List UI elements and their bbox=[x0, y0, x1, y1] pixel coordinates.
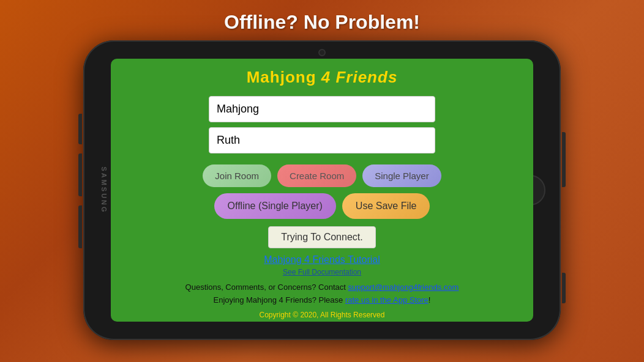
app-title: Mahjong 4 Friends bbox=[247, 68, 398, 87]
power-button[interactable] bbox=[562, 132, 566, 187]
tutorial-link[interactable]: Mahjong 4 Friends Tutorial bbox=[264, 254, 380, 265]
exclamation: ! bbox=[429, 295, 431, 305]
enjoy-info: Enjoying Mahjong 4 Friends? Please rate … bbox=[214, 295, 431, 305]
page-title: Offline? No Problem! bbox=[224, 11, 420, 34]
game-name-input[interactable] bbox=[209, 96, 435, 122]
right-button-bottom[interactable] bbox=[562, 273, 566, 303]
join-room-button[interactable]: Join Room bbox=[203, 164, 271, 187]
brand-label: SAMSUNG bbox=[100, 166, 108, 213]
volume-down-button-top[interactable] bbox=[78, 153, 82, 196]
enjoy-text: Enjoying Mahjong 4 Friends? Please bbox=[214, 295, 343, 305]
contact-info: Questions, Comments, or Concerns? Contac… bbox=[185, 283, 459, 292]
contact-email[interactable]: support@mahjong4friends.com bbox=[348, 283, 459, 292]
app-title-part2: 4 Friends bbox=[321, 68, 398, 86]
front-camera bbox=[318, 49, 326, 56]
action-buttons-row1: Join Room Create Room Single Player bbox=[203, 164, 441, 187]
copyright-notice: Copyright © 2020, All Rights Reserved bbox=[260, 311, 385, 319]
app-title-part1: Mahjong bbox=[247, 68, 321, 86]
documentation-link[interactable]: See Full Documentation bbox=[283, 268, 361, 276]
offline-single-player-button[interactable]: Offline (Single Player) bbox=[214, 193, 336, 219]
single-player-button[interactable]: Single Player bbox=[362, 164, 441, 187]
action-buttons-row2: Offline (Single Player) Use Save File bbox=[214, 193, 430, 219]
phone-screen: Mahjong 4 Friends Join Room Create Room … bbox=[111, 59, 533, 322]
volume-down-button-bottom[interactable] bbox=[78, 205, 82, 248]
use-save-file-button[interactable]: Use Save File bbox=[342, 193, 430, 219]
phone-body: SAMSUNG Mahjong 4 Friends Join Room Crea… bbox=[83, 40, 561, 340]
status-message: Trying To Connect. bbox=[268, 226, 375, 248]
contact-text: Questions, Comments, or Concerns? Contac… bbox=[185, 283, 346, 292]
create-room-button[interactable]: Create Room bbox=[277, 164, 356, 187]
player-name-input[interactable] bbox=[209, 127, 435, 153]
volume-up-button[interactable] bbox=[78, 114, 82, 144]
rate-link[interactable]: rate us in the App Store bbox=[345, 295, 429, 305]
